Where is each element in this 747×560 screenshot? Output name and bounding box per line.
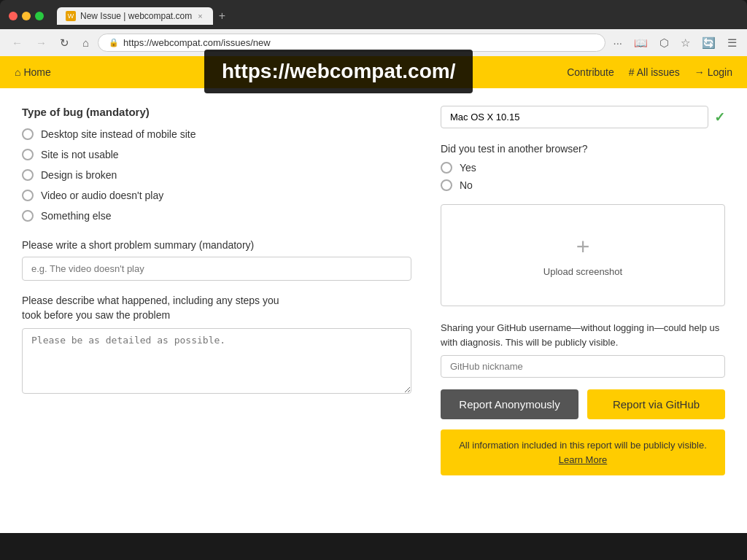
url-banner: https://webcompat.com/ xyxy=(204,50,473,93)
summary-input[interactable] xyxy=(22,257,411,281)
lock-icon: 🔒 xyxy=(109,38,119,47)
traffic-lights xyxy=(9,12,44,20)
radio-circle-video xyxy=(22,190,34,201)
more-icon[interactable]: ··· xyxy=(610,35,625,50)
new-tab-button[interactable]: + xyxy=(214,9,230,23)
os-row: Mac OS X 10.15 ✓ xyxy=(441,106,725,128)
bookmark-icon[interactable]: ☆ xyxy=(678,35,693,51)
reader-icon[interactable]: 📖 xyxy=(631,35,651,51)
tab-favicon: W xyxy=(66,11,76,21)
bug-type-radio-group: Desktop site instead of mobile site Site… xyxy=(22,128,411,222)
radio-circle-no xyxy=(441,179,452,191)
radio-no-row: No xyxy=(441,179,725,191)
close-button[interactable] xyxy=(9,12,18,20)
radio-no[interactable]: No xyxy=(441,179,473,191)
radio-circle-other xyxy=(22,210,34,222)
radio-design[interactable]: Design is broken xyxy=(22,169,411,181)
active-tab[interactable]: W New Issue | webcompat.com × xyxy=(57,7,213,25)
tab-close-button[interactable]: × xyxy=(196,12,204,20)
pocket-icon[interactable]: ⬡ xyxy=(657,35,672,51)
radio-circle-design xyxy=(22,169,34,181)
url-text: https://webcompat.com/issues/new xyxy=(123,37,595,48)
radio-yes-row: Yes xyxy=(441,162,725,174)
reload-button[interactable]: ↻ xyxy=(55,34,74,52)
upload-plus-icon: + xyxy=(576,233,590,260)
page-content: Type of bug (mandatory) Desktop site ins… xyxy=(0,88,747,533)
home-nav-icon: ⌂ xyxy=(15,66,20,78)
summary-label: Please write a short problem summary (ma… xyxy=(22,239,411,251)
radio-label-other: Something else xyxy=(41,210,112,222)
forward-button[interactable]: → xyxy=(31,34,51,51)
describe-label: Please describe what happened, including… xyxy=(22,294,411,322)
radio-circle-unusable xyxy=(22,149,34,160)
radio-circle-yes xyxy=(441,162,452,174)
login-link[interactable]: → Login xyxy=(694,66,732,78)
minimize-button[interactable] xyxy=(22,12,31,20)
radio-circle-desktop xyxy=(22,128,34,140)
radio-label-unusable: Site is not usable xyxy=(41,149,119,160)
radio-desktop[interactable]: Desktop site instead of mobile site xyxy=(22,128,411,140)
left-column: Type of bug (mandatory) Desktop site ins… xyxy=(22,106,411,516)
tab-title: New Issue | webcompat.com xyxy=(80,11,192,21)
upload-label: Upload screenshot xyxy=(543,266,622,277)
github-desc: Sharing your GitHub username—without log… xyxy=(441,321,725,349)
upload-box[interactable]: + Upload screenshot xyxy=(441,204,725,306)
github-input[interactable] xyxy=(441,355,725,378)
home-button[interactable]: ⌂ xyxy=(78,34,93,51)
radio-yes[interactable]: Yes xyxy=(441,162,476,174)
all-issues-link[interactable]: # All issues xyxy=(629,66,680,78)
radio-label-design: Design is broken xyxy=(41,169,117,181)
os-select[interactable]: Mac OS X 10.15 xyxy=(441,106,708,128)
contribute-link[interactable]: Contribute xyxy=(567,66,614,78)
report-anonymous-button[interactable]: Report Anonymously xyxy=(441,389,578,419)
button-row: Report Anonymously Report via GitHub xyxy=(441,389,725,419)
home-link[interactable]: ⌂ Home xyxy=(15,66,51,78)
radio-label-no: No xyxy=(460,179,473,191)
radio-unusable[interactable]: Site is not usable xyxy=(22,149,411,160)
back-button[interactable]: ← xyxy=(7,34,27,51)
browser-question: Did you test in another browser? xyxy=(441,143,725,155)
radio-other[interactable]: Something else xyxy=(22,210,411,222)
radio-video[interactable]: Video or audio doesn't play xyxy=(22,190,411,201)
notice-text: All information included in this report … xyxy=(459,440,707,451)
right-column: Mac OS X 10.15 ✓ Did you test in another… xyxy=(441,106,725,516)
notice-box: All information included in this report … xyxy=(441,429,725,475)
radio-label-yes: Yes xyxy=(460,162,476,174)
toolbar-right: ··· 📖 ⬡ ☆ 🔄 ☰ xyxy=(610,35,740,51)
report-github-button[interactable]: Report via GitHub xyxy=(587,389,725,419)
radio-label-desktop: Desktop site instead of mobile site xyxy=(41,128,196,140)
radio-label-video: Video or audio doesn't play xyxy=(41,190,163,201)
describe-textarea[interactable] xyxy=(22,328,411,394)
github-section: Sharing your GitHub username—without log… xyxy=(441,321,725,378)
bug-type-label: Type of bug (mandatory) xyxy=(22,106,411,118)
tab-bar: W New Issue | webcompat.com × + xyxy=(57,7,230,25)
sync-icon[interactable]: 🔄 xyxy=(699,35,719,51)
menu-icon[interactable]: ☰ xyxy=(724,35,740,51)
check-icon: ✓ xyxy=(714,109,725,125)
learn-more-link[interactable]: Learn More xyxy=(559,454,607,465)
maximize-button[interactable] xyxy=(35,12,44,20)
